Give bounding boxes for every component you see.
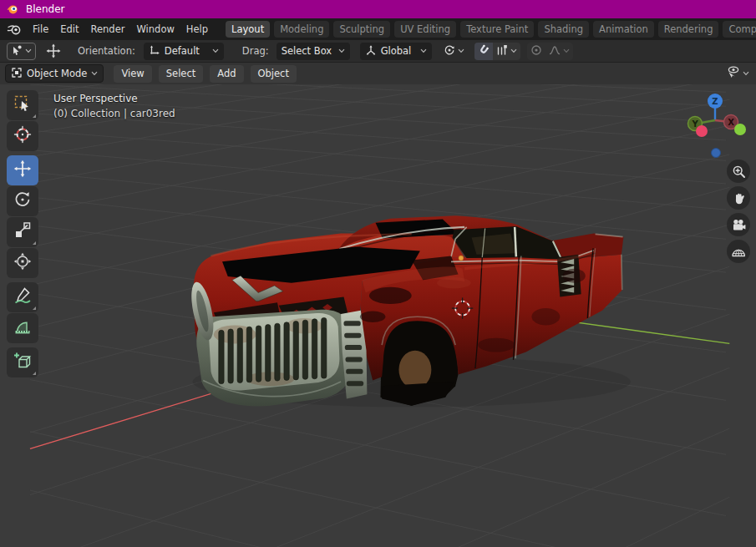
- cursor-icon: [13, 125, 32, 147]
- magnet-icon: [478, 43, 490, 59]
- global-axes-icon: [365, 44, 377, 58]
- drag-value: Select Box: [282, 45, 334, 57]
- active-tool-dropdown[interactable]: [7, 43, 36, 60]
- drag-dropdown[interactable]: Select Box: [277, 43, 350, 60]
- viewport-menu-view[interactable]: View: [114, 65, 151, 83]
- menu-window[interactable]: Window: [132, 21, 178, 38]
- window-title: Blender: [26, 3, 65, 15]
- tab-shading[interactable]: Shading: [538, 21, 589, 38]
- transform-icon: [13, 252, 32, 274]
- scene-canvas: [0, 84, 756, 547]
- subtool-corner-icon: [33, 372, 36, 375]
- toolbar: [7, 90, 38, 378]
- tool-move-button[interactable]: [7, 155, 38, 185]
- tab-texture-paint[interactable]: Texture Paint: [460, 21, 534, 38]
- proportional-edit-toggle[interactable]: [527, 43, 545, 60]
- zoom-in-button[interactable]: [727, 160, 750, 183]
- camera-view-button[interactable]: [727, 213, 750, 236]
- orientation-label: Orientation:: [78, 45, 135, 57]
- proportional-edit-icon: [530, 43, 542, 59]
- chevron-down-icon: [510, 48, 517, 53]
- snap-toggle-button[interactable]: [474, 43, 493, 60]
- scale-icon: [13, 221, 32, 243]
- tool-rotate-button[interactable]: [7, 186, 38, 216]
- chevron-down-icon: [338, 48, 345, 53]
- chevron-down-icon: [25, 48, 32, 53]
- viewport-nav-buttons: [727, 160, 750, 266]
- mode-dropdown[interactable]: Object Mode: [5, 64, 104, 83]
- chevron-down-icon: [212, 48, 219, 53]
- orientation-value: Default: [165, 45, 208, 57]
- transform-space-value: Global: [381, 45, 416, 57]
- falloff-curve-icon: [549, 43, 561, 59]
- gizmo-x-negative[interactable]: [696, 125, 708, 137]
- pan-button[interactable]: [727, 186, 750, 210]
- transform-space-dropdown[interactable]: Global: [360, 43, 432, 60]
- tool-select-box-button[interactable]: [7, 90, 38, 120]
- axis-gizmo[interactable]: Z Y X: [682, 84, 750, 161]
- proportional-edit-group: [527, 43, 573, 60]
- viewport-header: Object Mode ViewSelectAddObject: [0, 63, 756, 84]
- tool-transform-button[interactable]: [7, 248, 38, 278]
- move-icon: [13, 160, 32, 181]
- subtool-corner-icon: [33, 114, 36, 118]
- tool-add-cube-button[interactable]: [7, 347, 38, 377]
- tab-modeling[interactable]: Modeling: [274, 21, 329, 38]
- orientation-dropdown[interactable]: Default: [144, 43, 224, 60]
- menubar: FileEditRenderWindowHelp LayoutModelingS…: [0, 18, 756, 40]
- tool-settings-bar: Orientation: Default Drag: Select Box Gl…: [0, 40, 756, 63]
- select-box-icon: [13, 94, 32, 116]
- viewport-overlay-text: User Perspective (0) Collection | car03r…: [53, 91, 175, 121]
- menu-help[interactable]: Help: [182, 21, 212, 38]
- annotate-icon: [13, 286, 32, 308]
- svg-text:X: X: [728, 118, 734, 127]
- menu-edit[interactable]: Edit: [56, 21, 83, 38]
- chevron-down-icon: [743, 71, 749, 76]
- tab-compositing[interactable]: Compositing: [723, 21, 756, 38]
- snap-increment-icon: [496, 43, 508, 59]
- pivot-point-dropdown[interactable]: [440, 43, 468, 60]
- chevron-down-icon: [91, 71, 98, 76]
- toggle-orthographic-button[interactable]: [727, 240, 750, 263]
- tab-rendering[interactable]: Rendering: [658, 21, 719, 38]
- workspace-tabs: LayoutModelingSculptingUV EditingTexture…: [226, 18, 756, 40]
- snapping-group: [474, 43, 520, 60]
- tool-cursor-button[interactable]: [7, 121, 38, 151]
- tab-sculpting[interactable]: Sculpting: [333, 21, 390, 38]
- tool-scale-button[interactable]: [7, 217, 38, 247]
- pivot-icon: [444, 43, 455, 59]
- tab-uv-editing[interactable]: UV Editing: [394, 21, 456, 38]
- breadcrumb: (0) Collection | car03red: [53, 106, 175, 121]
- proportional-falloff-dropdown[interactable]: [545, 43, 573, 60]
- viewport-menu-add[interactable]: Add: [210, 65, 243, 83]
- subtool-corner-icon: [33, 306, 36, 310]
- orientation-axes-icon: [149, 44, 160, 58]
- move-gizmo-icon: [46, 43, 61, 58]
- viewport-3d[interactable]: User Perspective (0) Collection | car03r…: [0, 84, 756, 547]
- mode-value: Object Mode: [27, 68, 87, 79]
- blender-menu-icon[interactable]: [7, 22, 23, 37]
- object-mode-icon: [11, 67, 23, 81]
- tab-layout[interactable]: Layout: [226, 21, 270, 38]
- snap-settings-dropdown[interactable]: [493, 43, 520, 60]
- measure-icon: [13, 317, 32, 339]
- svg-text:Z: Z: [712, 97, 718, 106]
- viewport-menu-object[interactable]: Object: [251, 65, 297, 83]
- car-model[interactable]: [187, 215, 631, 407]
- tab-animation[interactable]: Animation: [593, 21, 654, 38]
- tool-annotate-button[interactable]: [7, 282, 38, 312]
- view-name: User Perspective: [53, 91, 175, 106]
- menu-render[interactable]: Render: [87, 21, 129, 38]
- chevron-down-icon: [563, 48, 570, 53]
- drag-label: Drag:: [242, 45, 269, 57]
- object-visibility-dropdown[interactable]: [726, 65, 740, 82]
- subtool-corner-icon: [33, 241, 36, 245]
- rotate-icon: [13, 190, 32, 212]
- chevron-down-icon: [420, 48, 427, 53]
- menu-file[interactable]: File: [28, 21, 53, 38]
- blender-logo-icon: [6, 3, 19, 16]
- gizmo-y-negative[interactable]: [734, 124, 746, 135]
- tweak-tool-icon: [11, 43, 23, 59]
- viewport-menu-select[interactable]: Select: [159, 65, 203, 83]
- tool-measure-button[interactable]: [7, 313, 38, 343]
